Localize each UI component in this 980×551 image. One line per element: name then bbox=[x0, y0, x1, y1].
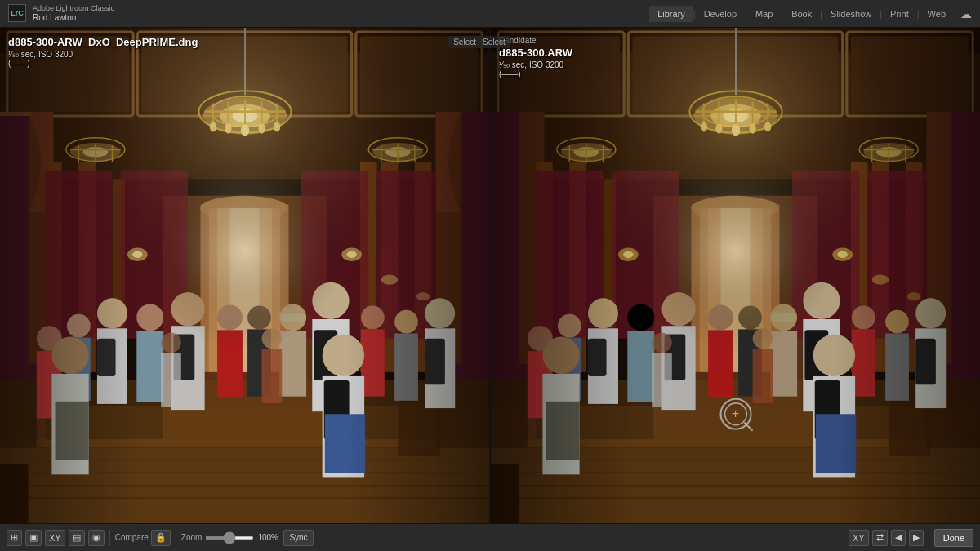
svg-rect-251 bbox=[491, 28, 980, 523]
done-label: Done bbox=[943, 533, 964, 543]
grid-icon: ⊞ bbox=[11, 532, 18, 543]
people-view-button[interactable]: ◉ bbox=[88, 530, 105, 546]
sync-button[interactable]: Sync bbox=[283, 530, 313, 546]
nav-web[interactable]: Web bbox=[920, 6, 954, 22]
app-name: Adobe Lightroom Classic bbox=[33, 4, 114, 13]
separator-3 bbox=[929, 530, 929, 546]
left-photo-bg: d885-300-ARW_DxO_DeepPRIME.dng ¹⁄₅₀ sec,… bbox=[0, 28, 489, 523]
nav-slideshow[interactable]: Slideshow bbox=[822, 6, 880, 22]
swap-icon: ⇄ bbox=[876, 532, 884, 543]
svg-rect-123 bbox=[0, 28, 489, 523]
nav-library[interactable]: Library bbox=[649, 6, 693, 22]
nav-develop[interactable]: Develop bbox=[696, 6, 745, 22]
right-photo-panel: + bbox=[489, 28, 980, 523]
app-logo: LrC bbox=[8, 4, 26, 22]
left-photo-rating: (——) bbox=[8, 59, 198, 68]
sync-label: Sync bbox=[289, 533, 307, 542]
lock-icon: 🔒 bbox=[155, 532, 167, 543]
nav-print[interactable]: Print bbox=[882, 6, 917, 22]
bottom-bar: ⊞ ▣ XY ▤ ◉ Compare 🔒 Zoom 100% bbox=[0, 523, 980, 551]
zoom-slider[interactable] bbox=[205, 536, 254, 540]
xy-right-icon: XY bbox=[853, 533, 865, 543]
next-icon: ▶ bbox=[913, 532, 920, 543]
xy-right-button[interactable]: XY bbox=[849, 530, 869, 546]
people-icon: ◉ bbox=[92, 532, 100, 543]
app-name-block: Adobe Lightroom Classic Rod Lawton bbox=[33, 4, 114, 23]
done-button[interactable]: Done bbox=[934, 529, 973, 547]
right-photo-svg: + bbox=[491, 28, 980, 523]
zoom-percent: 100% bbox=[257, 533, 280, 542]
survey-view-button[interactable]: ▤ bbox=[69, 530, 85, 546]
app-info: LrC Adobe Lightroom Classic Rod Lawton bbox=[8, 4, 114, 23]
select-badge: Select bbox=[448, 36, 481, 48]
loupe-view-button[interactable]: ▣ bbox=[25, 530, 42, 546]
zoom-control-group: Zoom 100% Sync bbox=[181, 530, 314, 546]
right-photo-shutter: ¹⁄₅₀ sec, ISO 3200 bbox=[499, 60, 572, 69]
user-name: Rod Lawton bbox=[33, 13, 114, 23]
top-bar: LrC Adobe Lightroom Classic Rod Lawton L… bbox=[0, 0, 980, 28]
compare-lock-group: Compare 🔒 bbox=[115, 530, 171, 546]
xy-swap-button[interactable]: ⇄ bbox=[872, 530, 888, 546]
nav-map[interactable]: Map bbox=[747, 6, 781, 22]
left-photo-svg bbox=[0, 28, 489, 523]
bottom-left-controls: ⊞ ▣ XY ▤ ◉ Compare 🔒 Zoom 100% bbox=[7, 530, 844, 546]
loupe-icon: ▣ bbox=[29, 532, 38, 543]
left-panel-select-badge: Select bbox=[478, 36, 510, 48]
weather-icon: ☁ bbox=[960, 7, 972, 20]
separator-2 bbox=[176, 530, 176, 546]
compare-label: Compare bbox=[115, 533, 149, 542]
prev-icon: ◀ bbox=[895, 532, 902, 543]
separator-1 bbox=[109, 530, 110, 546]
left-photo-panel: d885-300-ARW_DxO_DeepPRIME.dng ¹⁄₅₀ sec,… bbox=[0, 28, 489, 523]
right-photo-bg: + bbox=[491, 28, 980, 523]
xy-view-button[interactable]: XY bbox=[45, 530, 65, 546]
lock-button[interactable]: 🔒 bbox=[151, 530, 171, 546]
next-button[interactable]: ▶ bbox=[909, 530, 924, 546]
survey-icon: ▤ bbox=[73, 532, 81, 543]
right-photo-rating: (——) bbox=[499, 69, 572, 78]
right-photo-filename: d885-300.ARW bbox=[499, 47, 572, 59]
grid-view-button[interactable]: ⊞ bbox=[7, 530, 22, 546]
nav-book[interactable]: Book bbox=[783, 6, 820, 22]
bottom-right-controls: XY ⇄ ◀ ▶ Done bbox=[849, 529, 973, 547]
prev-button[interactable]: ◀ bbox=[891, 530, 906, 546]
xy-icon: XY bbox=[49, 533, 61, 543]
left-photo-label: d885-300-ARW_DxO_DeepPRIME.dng ¹⁄₅₀ sec,… bbox=[8, 36, 198, 68]
zoom-label: Zoom bbox=[181, 533, 203, 542]
left-photo-filename: d885-300-ARW_DxO_DeepPRIME.dng bbox=[8, 36, 198, 48]
main-content: d885-300-ARW_DxO_DeepPRIME.dng ¹⁄₅₀ sec,… bbox=[0, 28, 980, 523]
nav-menu: Library | Develop | Map | Book | Slidesh… bbox=[649, 6, 972, 22]
left-photo-shutter: ¹⁄₅₀ sec, ISO 3200 bbox=[8, 50, 198, 59]
